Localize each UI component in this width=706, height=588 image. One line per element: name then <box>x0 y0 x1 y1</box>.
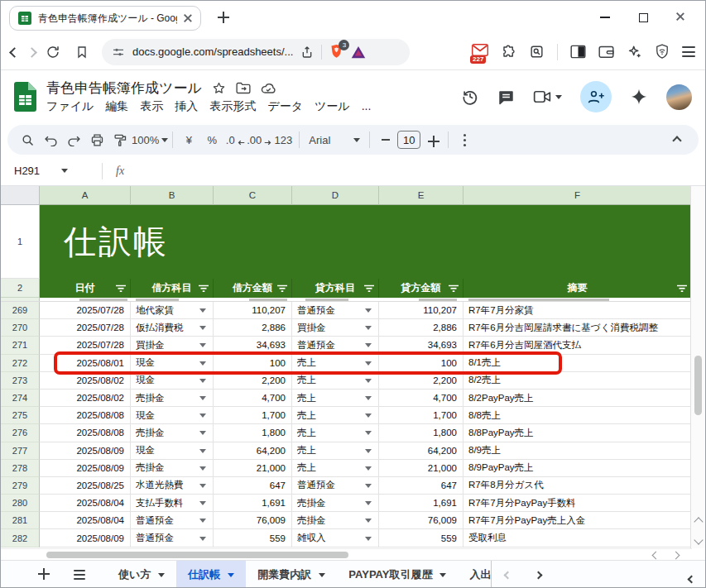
row-number[interactable]: 274 <box>1 390 40 407</box>
cell-memo[interactable]: R7年6月分吉岡屋酒代支払 <box>463 337 692 354</box>
gemini-icon[interactable] <box>630 88 648 106</box>
table-row[interactable]: 273 2025/08/02 現金 2,200 売上 2,200 8/2売上 <box>1 372 705 390</box>
url-text[interactable]: docs.google.com/spreadsheets/... <box>132 45 293 58</box>
cell-debit-account[interactable]: 売掛金 <box>131 424 214 442</box>
cell-credit-account[interactable]: 売上 <box>292 442 379 460</box>
decrease-decimal-button[interactable]: .0 <box>223 129 247 151</box>
dropdown-caret-icon[interactable] <box>199 449 206 453</box>
cell-credit-account[interactable]: 売掛金 <box>292 512 379 529</box>
cell-credit-amount[interactable]: 1,691 <box>379 495 463 512</box>
sheet-tab[interactable]: PAYPAY取引履歴 <box>337 561 458 588</box>
header-debit-account[interactable]: 借方科目 <box>131 279 214 298</box>
cell-debit-amount[interactable]: 1,700 <box>214 407 292 424</box>
cell-date[interactable]: 2025/08/01 <box>40 355 131 372</box>
increase-decimal-button[interactable]: .00 <box>247 129 271 151</box>
row-number[interactable]: 275 <box>1 407 40 424</box>
increase-font-size-button[interactable] <box>420 129 444 151</box>
window-minimize-button[interactable] <box>586 1 624 34</box>
cell-date[interactable]: 2025/08/08 <box>40 407 131 424</box>
dropdown-caret-icon[interactable] <box>365 537 372 541</box>
cell-credit-amount[interactable]: 1,800 <box>379 424 463 442</box>
more-formats-button[interactable]: 123 <box>271 129 295 151</box>
dropdown-caret-icon[interactable] <box>365 326 372 330</box>
dropdown-caret-icon[interactable] <box>199 343 206 347</box>
move-to-folder-icon[interactable] <box>236 82 251 94</box>
sheet-title-cell[interactable]: 仕訳帳 <box>40 205 694 279</box>
vertical-scrollbar[interactable] <box>690 186 705 548</box>
cell-date[interactable]: 2025/08/04 <box>40 495 131 512</box>
dropdown-caret-icon[interactable] <box>365 379 372 383</box>
row-number[interactable]: 273 <box>1 372 40 390</box>
paint-format-button[interactable] <box>108 129 132 151</box>
site-settings-icon[interactable] <box>112 45 125 59</box>
cell-debit-account[interactable]: 現金 <box>131 442 214 460</box>
cell-debit-account[interactable]: 地代家賃 <box>131 302 214 319</box>
cell-memo[interactable]: R7年8月分ガス代 <box>463 477 692 495</box>
cell-debit-amount[interactable]: 34,693 <box>214 337 292 354</box>
dropdown-caret-icon[interactable] <box>199 519 206 523</box>
forward-button[interactable] <box>28 45 36 60</box>
cell-credit-account[interactable]: 売上 <box>292 424 379 442</box>
cell-debit-amount[interactable]: 2,886 <box>214 319 292 337</box>
sheets-logo-icon[interactable] <box>14 82 36 112</box>
account-avatar[interactable] <box>666 84 692 110</box>
sheet-tab[interactable]: 使い方 <box>107 561 176 588</box>
dropdown-caret-icon[interactable] <box>365 501 372 505</box>
cell-credit-account[interactable]: 売上 <box>292 355 379 372</box>
cell-memo[interactable]: 8/2PayPay売上 <box>463 390 692 407</box>
cell-credit-account[interactable]: 普通預金 <box>292 302 379 319</box>
cell-memo[interactable]: 受取利息 <box>463 529 692 547</box>
cell-date[interactable]: 2025/08/09 <box>40 529 131 547</box>
horizontal-scrollbar[interactable] <box>1 548 692 560</box>
table-row[interactable]: 276 2025/08/08 売掛金 1,800 売上 1,800 8/8Pay… <box>1 424 705 442</box>
dropdown-caret-icon[interactable] <box>365 361 372 366</box>
table-row[interactable]: 278 2025/08/09 売掛金 21,000 売上 21,000 8/9P… <box>1 460 705 477</box>
leo-ai-sparkle-icon[interactable] <box>627 44 642 60</box>
header-date[interactable]: 日付 <box>40 279 131 298</box>
table-row[interactable]: 277 2025/08/09 現金 64,200 売上 64,200 8/9売上 <box>1 442 705 460</box>
cell-memo[interactable]: R7年6月分吉岡屋請求書に基づく消費税調整 <box>463 319 692 337</box>
undo-button[interactable] <box>39 129 62 151</box>
menu-item[interactable]: データ <box>262 98 309 115</box>
cell-date[interactable]: 2025/07/28 <box>40 319 131 337</box>
vpn-shield-icon[interactable] <box>655 44 670 60</box>
cell-credit-amount[interactable]: 76,009 <box>379 512 463 529</box>
dropdown-caret-icon[interactable] <box>199 501 206 505</box>
dropdown-caret-icon[interactable] <box>365 431 372 435</box>
dropdown-caret-icon[interactable] <box>199 466 206 471</box>
window-close-button[interactable] <box>662 1 700 34</box>
sheet-tab[interactable]: 開業費内訳 <box>246 561 337 588</box>
cell-credit-amount[interactable]: 559 <box>379 529 463 547</box>
sheet-tab[interactable]: 仕訳帳 <box>176 561 246 588</box>
name-box[interactable]: H291 <box>14 165 94 177</box>
column-header-C[interactable]: C <box>214 186 292 205</box>
cell-credit-amount[interactable]: 100 <box>379 355 463 372</box>
cell-credit-account[interactable]: 普通預金 <box>292 337 379 354</box>
row-number[interactable]: 281 <box>1 512 40 529</box>
dropdown-caret-icon[interactable] <box>199 326 206 330</box>
cell-credit-amount[interactable]: 647 <box>379 477 463 495</box>
cell-debit-amount[interactable]: 2,200 <box>214 372 292 390</box>
dropdown-caret-icon[interactable] <box>365 466 372 471</box>
cell-credit-amount[interactable]: 110,207 <box>379 302 463 319</box>
cell-credit-amount[interactable]: 21,000 <box>379 460 463 477</box>
cell-credit-account[interactable]: 売上 <box>292 372 379 390</box>
row-number[interactable]: 277 <box>1 442 40 460</box>
header-credit-amount[interactable]: 貸方金額 <box>379 279 463 298</box>
cell-debit-amount[interactable]: 76,009 <box>214 512 292 529</box>
scroll-up-icon[interactable] <box>694 517 703 526</box>
dropdown-caret-icon[interactable] <box>365 449 372 453</box>
share-icon[interactable] <box>300 45 314 59</box>
cell-memo[interactable]: R7年7月分家賃 <box>463 302 692 319</box>
bookmarks-button[interactable] <box>75 45 89 60</box>
row-number[interactable]: 1 <box>1 205 40 279</box>
filter-icon[interactable] <box>677 284 687 292</box>
comments-icon[interactable] <box>497 88 515 106</box>
row-number[interactable]: 272 <box>1 355 40 372</box>
star-icon[interactable] <box>212 81 226 95</box>
cell-debit-account[interactable]: 普通預金 <box>131 529 214 547</box>
open-side-panel-icon[interactable] <box>689 571 694 586</box>
column-header-D[interactable]: D <box>292 186 379 205</box>
window-maximize-button[interactable] <box>624 1 662 34</box>
header-credit-account[interactable]: 貸方科目 <box>292 279 379 298</box>
